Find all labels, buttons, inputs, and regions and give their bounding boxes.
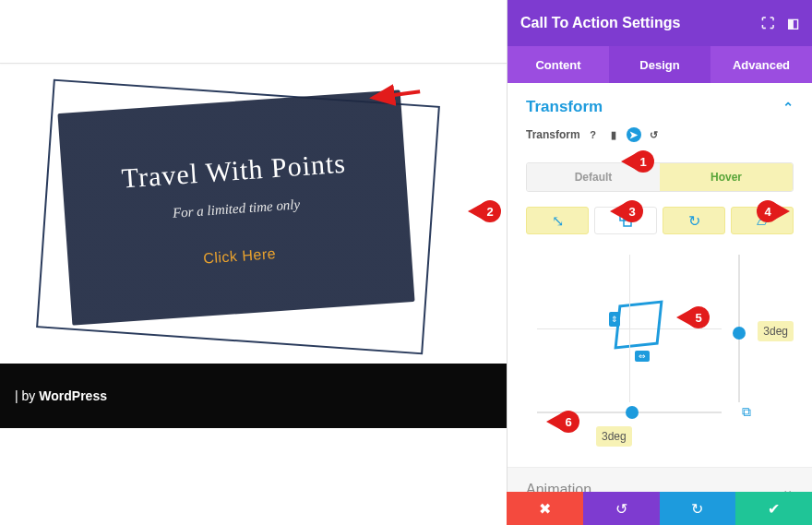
divider xyxy=(0,63,507,64)
footer-brand: WordPress xyxy=(39,388,107,403)
dock-icon[interactable]: ◧ xyxy=(787,16,799,30)
callout-3: 3 xyxy=(610,200,643,222)
cta-module[interactable]: Travel With Points For a limited time on… xyxy=(37,83,461,369)
callout-label: 5 xyxy=(687,306,710,328)
reset-icon[interactable]: ↺ xyxy=(647,127,662,142)
cta-button[interactable]: Click Here xyxy=(203,245,277,267)
panel-title: Call To Action Settings xyxy=(520,15,680,31)
skew-preview-box xyxy=(614,300,663,349)
callout-label: 2 xyxy=(479,200,501,222)
callout-6: 6 xyxy=(546,411,579,433)
hover-state-icon[interactable]: ➤ xyxy=(627,127,641,142)
settings-tabs: Content Design Advanced xyxy=(508,46,812,83)
state-hover[interactable]: Hover xyxy=(660,163,793,191)
vertical-handle-icon[interactable]: ⇕ xyxy=(609,312,620,327)
callout-5: 5 xyxy=(676,306,710,328)
transform-type-row: ⤡ ↻ ▱ xyxy=(526,207,794,234)
callout-2: 2 xyxy=(468,200,501,222)
chevron-up-icon: ⌄ xyxy=(782,100,794,114)
cta-card: Travel With Points For a limited time on… xyxy=(57,89,414,325)
horizontal-handle-icon[interactable]: ⇔ xyxy=(635,351,650,362)
skew-x-value[interactable]: 3deg xyxy=(596,426,632,447)
state-toggle: Default Hover xyxy=(526,162,794,192)
transform-move-icon[interactable]: ⤡ xyxy=(526,207,589,234)
section-toggle-transform[interactable]: Transform ⌄ xyxy=(526,98,794,116)
expand-icon[interactable]: ⛶ xyxy=(761,16,774,30)
canvas-grid[interactable]: ⇕ ⇔ xyxy=(537,255,722,402)
section-title-label: Transform xyxy=(526,98,603,116)
callout-label: 4 xyxy=(757,200,779,222)
footer-prefix: | by xyxy=(15,388,35,403)
save-button[interactable]: ✔ xyxy=(735,492,812,525)
transform-section: Transform ⌄ Transform ? ▮ ➤ ↺ xyxy=(508,83,812,149)
skew-y-value[interactable]: 3deg xyxy=(758,321,794,341)
panel-action-bar: ✖ ↺ ↻ ✔ xyxy=(507,492,812,525)
transform-rotate-icon[interactable]: ↻ xyxy=(663,207,725,234)
callout-4: 4 xyxy=(757,200,790,222)
preview-area: Travel With Points For a limited time on… xyxy=(0,0,507,525)
transform-property-row: Transform ? ▮ ➤ ↺ xyxy=(526,127,794,142)
panel-header: Call To Action Settings ⛶ ◧ xyxy=(508,0,812,46)
link-axes-icon[interactable]: ⧉ xyxy=(742,404,751,420)
callout-label: 3 xyxy=(621,200,643,222)
vertical-slider[interactable] xyxy=(738,255,740,402)
callout-label: 1 xyxy=(632,150,654,173)
tab-design[interactable]: Design xyxy=(609,46,710,83)
transform-canvas: ⇕ ⇔ 3deg ⧉ 3deg xyxy=(526,255,794,430)
cta-headline: Travel With Points xyxy=(79,145,388,197)
svg-line-0 xyxy=(373,74,420,116)
discard-button[interactable]: ✖ xyxy=(507,492,583,525)
help-icon[interactable]: ? xyxy=(586,127,601,142)
undo-button[interactable]: ↺ xyxy=(583,492,660,525)
vertical-slider-thumb[interactable] xyxy=(733,327,746,340)
property-label: Transform xyxy=(526,128,580,141)
callout-label: 6 xyxy=(557,411,579,433)
callout-1: 1 xyxy=(621,150,654,173)
redo-button[interactable]: ↻ xyxy=(660,492,736,525)
site-footer: | by WordPress xyxy=(0,364,507,428)
tab-content[interactable]: Content xyxy=(508,46,609,83)
cta-subheading: For a limited time only xyxy=(83,190,389,227)
settings-panel: Call To Action Settings ⛶ ◧ Content Desi… xyxy=(507,0,812,525)
horizontal-slider-thumb[interactable] xyxy=(626,406,639,419)
tab-advanced[interactable]: Advanced xyxy=(710,46,812,83)
device-icon[interactable]: ▮ xyxy=(606,127,621,142)
